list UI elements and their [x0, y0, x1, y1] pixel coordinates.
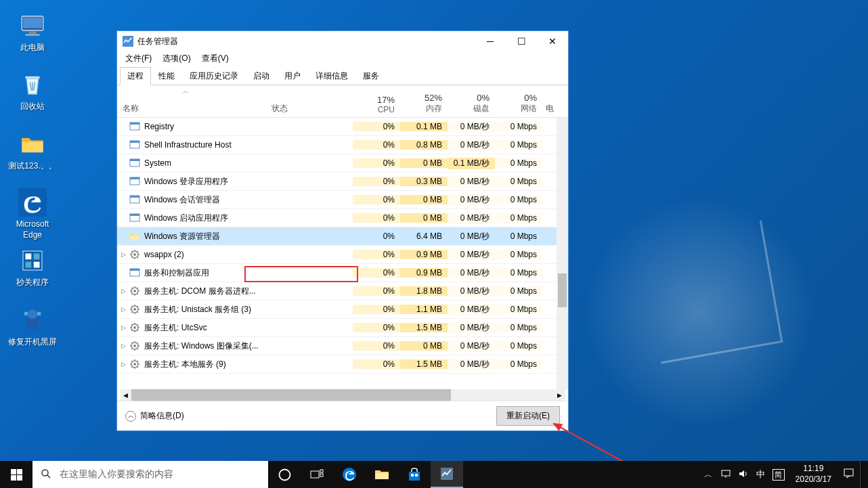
taskbar-cortana[interactable] — [268, 461, 301, 488]
desktop-icon-test-folder[interactable]: 测试123.。。 — [7, 130, 58, 172]
show-desktop-button[interactable] — [860, 461, 864, 488]
disk-value: 0 MB/秒 — [448, 304, 495, 315]
network-value: 0 Mbps — [495, 195, 542, 204]
desktop-icon-edge[interactable]: Microsoft Edge — [7, 188, 58, 240]
horizontal-scrollbar[interactable]: ◀ ▶ — [120, 389, 565, 401]
taskbar-explorer[interactable] — [366, 461, 398, 488]
svg-point-50 — [279, 469, 290, 480]
tray-notifications-icon[interactable] — [842, 468, 854, 481]
desktop-icon-label: 秒关程序 — [7, 278, 58, 288]
expand-toggle[interactable]: ▷ — [117, 288, 129, 294]
expand-toggle[interactable]: ▷ — [117, 361, 129, 368]
window-title: 任务管理器 — [137, 36, 475, 47]
tray-ime[interactable]: 中 — [755, 468, 767, 481]
process-row[interactable]: Shell Infrastructure Host0%0.8 MB0 MB/秒0… — [117, 136, 568, 154]
disk-value: 0 MB/秒 — [448, 267, 495, 279]
svg-rect-32 — [130, 269, 139, 271]
cpu-value: 0% — [353, 231, 400, 241]
taskbar-store[interactable] — [398, 461, 431, 488]
vertical-scrollbar[interactable] — [557, 118, 568, 389]
header-disk[interactable]: 0%磁盘 — [448, 93, 495, 114]
process-row[interactable]: ▷服务主机: Windows 图像采集(...0%0 MB0 MB/秒0 Mbp… — [117, 337, 568, 355]
header-network[interactable]: 0%网络 — [495, 93, 542, 114]
process-row[interactable]: Windows 登录应用程序0%0.3 MB0 MB/秒0 Mbps — [117, 173, 568, 191]
disk-value: 0.1 MB/秒 — [448, 158, 495, 169]
expand-toggle[interactable]: ▷ — [117, 306, 129, 313]
scrollbar-thumb[interactable] — [558, 273, 567, 307]
desktop-icon-recycle-bin[interactable]: 回收站 — [7, 70, 58, 112]
header-extra[interactable]: 电 — [542, 103, 557, 114]
svg-rect-23 — [130, 177, 139, 179]
expand-toggle[interactable]: ▷ — [117, 342, 129, 349]
tray-chevron-up-icon[interactable]: ︿ — [702, 469, 714, 481]
process-row[interactable]: ▷wsappx (2)0%0.9 MB0 MB/秒0 Mbps — [117, 246, 568, 264]
cpu-value: 0% — [353, 323, 400, 332]
hscroll-thumb[interactable] — [131, 389, 451, 401]
process-row[interactable]: ▷服务主机: DCOM 服务器进程...0%1.8 MB0 MB/秒0 Mbps — [117, 282, 568, 301]
svg-point-12 — [28, 309, 37, 319]
minimize-button[interactable]: ─ — [475, 31, 506, 51]
start-button[interactable] — [0, 461, 32, 488]
tab-details[interactable]: 详细信息 — [308, 67, 355, 85]
tab-processes[interactable]: 进程 — [120, 67, 151, 85]
process-row[interactable]: ▷服务主机: UtcSvc0%1.5 MB0 MB/秒0 Mbps — [117, 319, 568, 337]
header-memory[interactable]: 52%内存 — [400, 93, 448, 114]
taskbar-taskmgr[interactable] — [431, 461, 463, 488]
process-row[interactable]: Windows 启动应用程序0%0 MB0 MB/秒0 Mbps — [117, 209, 568, 227]
expand-toggle[interactable]: ▷ — [117, 324, 129, 331]
scroll-left-button[interactable]: ◀ — [120, 389, 131, 401]
network-value: 0 Mbps — [495, 323, 542, 332]
process-name: 服务主机: 本地服务 (9) — [144, 359, 226, 370]
restart-button[interactable]: 重新启动(E) — [496, 406, 560, 426]
process-name: Windows 启动应用程序 — [144, 213, 228, 224]
tab-app-history[interactable]: 应用历史记录 — [182, 67, 246, 85]
tray-clock[interactable]: 11:19 2020/3/17 — [790, 464, 837, 485]
process-row[interactable]: Windows 会话管理器0%0 MB0 MB/秒0 Mbps — [117, 191, 568, 209]
process-row[interactable]: 服务和控制器应用0%0.9 MB0 MB/秒0 Mbps — [117, 264, 568, 282]
svg-rect-28 — [130, 236, 139, 240]
process-row[interactable]: ▷服务主机: 本地服务 (9)0%1.5 MB0 MB/秒0 Mbps — [117, 355, 568, 374]
cpu-value: 0% — [353, 213, 400, 223]
process-row[interactable]: ▷服务主机: Unistack 服务组 (3)0%1.1 MB0 MB/秒0 M… — [117, 301, 568, 319]
header-status[interactable]: 状态 — [269, 103, 353, 114]
process-name: Shell Infrastructure Host — [144, 140, 232, 150]
process-icon — [129, 267, 140, 278]
cpu-value: 0% — [353, 250, 400, 259]
taskbar-taskview[interactable] — [301, 461, 333, 488]
desktop-icon-label: 测试123.。。 — [7, 161, 58, 172]
expand-toggle[interactable]: ▷ — [117, 251, 129, 258]
task-manager-window: 任务管理器 ─ ☐ ✕ 文件(F) 选项(O) 查看(V) 进程 性能 应用历史… — [116, 30, 569, 431]
tray-network-icon[interactable] — [720, 469, 732, 481]
process-row[interactable]: System0%0 MB0.1 MB/秒0 Mbps — [117, 154, 568, 173]
disk-value: 0 MB/秒 — [448, 121, 495, 133]
process-row[interactable]: Windows 资源管理器0%6.4 MB0 MB/秒0 Mbps — [117, 227, 568, 246]
close-button[interactable]: ✕ — [537, 31, 568, 51]
tab-startup[interactable]: 启动 — [246, 67, 277, 85]
svg-point-48 — [42, 470, 48, 476]
tab-performance[interactable]: 性能 — [151, 67, 182, 85]
fewer-details-button[interactable]: ︿ 简略信息(D) — [125, 410, 184, 422]
desktop-icon-close-app[interactable]: 秒关程序 — [7, 246, 58, 288]
scroll-right-button[interactable]: ▶ — [554, 389, 565, 401]
taskbar-edge[interactable] — [333, 461, 366, 488]
menu-options[interactable]: 选项(O) — [157, 51, 196, 66]
tray-ime-mode[interactable]: 简 — [773, 469, 785, 481]
menu-view[interactable]: 查看(V) — [196, 51, 234, 66]
process-row[interactable]: Registry0%0.1 MB0 MB/秒0 Mbps — [117, 118, 568, 136]
taskbar: 在这里输入你要搜索的内容 ︿ 中 简 11:19 2020/3/17 — [0, 461, 868, 488]
maximize-button[interactable]: ☐ — [506, 31, 537, 51]
menu-file[interactable]: 文件(F) — [120, 51, 157, 66]
svg-rect-17 — [130, 123, 139, 125]
tray-volume-icon[interactable] — [737, 469, 750, 481]
network-value: 0 Mbps — [495, 250, 542, 259]
svg-rect-4 — [26, 76, 40, 79]
header-name[interactable]: ︿ 名称 — [117, 103, 269, 114]
desktop-icon-this-pc[interactable]: 此电脑 — [7, 12, 58, 53]
desktop-icon-fix-boot[interactable]: 修复开机黑屏 — [7, 306, 58, 348]
tab-services[interactable]: 服务 — [355, 67, 387, 85]
titlebar[interactable]: 任务管理器 ─ ☐ ✕ — [117, 31, 568, 51]
disk-value: 0 MB/秒 — [448, 176, 495, 187]
header-cpu[interactable]: 17%CPU — [353, 95, 400, 114]
search-box[interactable]: 在这里输入你要搜索的内容 — [32, 461, 268, 488]
tab-users[interactable]: 用户 — [277, 67, 308, 85]
